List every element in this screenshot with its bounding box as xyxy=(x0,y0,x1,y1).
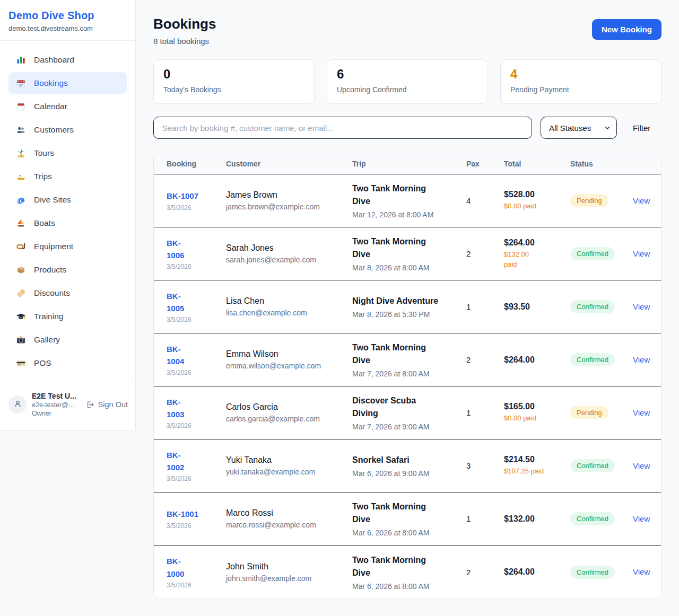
sidebar-item-label: Trips xyxy=(34,172,52,181)
table-header-row: Booking Customer Trip Pax Total Status xyxy=(154,153,661,174)
pax-count: 2 xyxy=(466,249,504,258)
sidebar-item-label: Training xyxy=(34,312,63,321)
customer-name: Emma Wilson xyxy=(226,349,345,359)
total-amount: $93.50 xyxy=(504,302,563,312)
pax-count: 1 xyxy=(466,302,504,311)
sidebar-item-gallery[interactable]: Gallery xyxy=(8,329,127,351)
trip-datetime: Mar 12, 2026 at 8:00 AM xyxy=(352,210,459,219)
graduation-cap-icon xyxy=(16,312,26,322)
column-header-trip: Trip xyxy=(352,160,466,168)
booking-id-link[interactable]: BK- 1004 xyxy=(167,343,184,368)
total-amount: $264.00 xyxy=(504,355,563,365)
customer-email: emma.wilson@example.com xyxy=(226,362,345,370)
status-filter-select[interactable]: All Statuses xyxy=(541,117,617,139)
sidebar-item-pos[interactable]: POS xyxy=(8,352,127,374)
pax-count: 3 xyxy=(466,461,504,470)
customer-name: Lisa Chen xyxy=(226,296,345,306)
stat-card-todays-bookings: 0 Today's Bookings xyxy=(153,59,315,104)
table-row: BK- 1004 3/5/2026 Emma Wilson emma.wilso… xyxy=(154,333,661,386)
people-icon xyxy=(16,125,26,135)
customer-name: John Smith xyxy=(226,562,345,571)
trip-datetime: Mar 6, 2026 at 8:00 AM xyxy=(352,582,459,591)
trip-name: Two Tank Morning Dive xyxy=(352,341,459,367)
sidebar-item-calendar[interactable]: Calendar xyxy=(8,95,127,118)
sign-out-icon xyxy=(85,400,94,409)
search-input[interactable] xyxy=(153,117,532,139)
status-badge: Confirmed xyxy=(570,512,615,525)
sign-out-label: Sign Out xyxy=(98,400,128,409)
sidebar-item-bookings[interactable]: 17 Bookings xyxy=(8,72,127,94)
sidebar-item-discounts[interactable]: Discounts xyxy=(8,282,127,304)
avatar xyxy=(8,395,27,413)
view-link[interactable]: View xyxy=(633,302,650,311)
table-row: BK- 1005 3/5/2026 Lisa Chen lisa.chen@ex… xyxy=(154,280,661,333)
trip-name: Two Tank Morning Dive xyxy=(352,235,459,261)
brand-domain: demo.test.divestreams.com xyxy=(8,24,127,32)
new-booking-button[interactable]: New Booking xyxy=(592,19,661,40)
view-link[interactable]: View xyxy=(633,461,650,470)
view-link[interactable]: View xyxy=(633,408,650,417)
sidebar-item-tours[interactable]: Tours xyxy=(8,142,127,164)
sign-out-button[interactable]: Sign Out xyxy=(85,400,128,409)
filter-button[interactable]: Filter xyxy=(633,124,650,133)
stat-value: 0 xyxy=(163,67,304,82)
trip-name: Night Dive Adventure xyxy=(352,295,459,307)
customer-email: james.brown@example.com xyxy=(226,203,345,211)
calendar-date-icon: 17 xyxy=(16,78,26,89)
sidebar-item-boats[interactable]: Boats xyxy=(8,212,127,234)
sidebar-item-products[interactable]: Products xyxy=(8,259,127,281)
sidebar-item-equipment[interactable]: Equipment xyxy=(8,235,127,258)
table-row: BK- 1002 3/5/2026 Yuki Tanaka yuki.tanak… xyxy=(154,439,661,492)
booking-id-link[interactable]: BK- 1003 xyxy=(167,396,184,421)
bar-chart-icon xyxy=(16,55,26,65)
sidebar-item-dive-sites[interactable]: Dive Sites xyxy=(8,189,127,211)
total-amount: $165.00 xyxy=(504,402,563,411)
sidebar-item-customers[interactable]: Customers xyxy=(8,119,127,141)
sidebar-item-training[interactable]: Training xyxy=(8,305,127,328)
tag-icon xyxy=(16,288,26,298)
table-row: BK- 1006 3/5/2026 Sarah Jones sarah.jone… xyxy=(154,227,661,280)
credit-card-icon xyxy=(16,358,26,368)
total-amount: $264.00 xyxy=(504,238,563,248)
island-icon xyxy=(16,148,26,159)
stat-label: Upcoming Confirmed xyxy=(337,85,478,94)
status-badge: Confirmed xyxy=(570,566,615,579)
view-link[interactable]: View xyxy=(633,567,650,576)
sidebar-item-trips[interactable]: Trips xyxy=(8,165,127,188)
customer-email: carlos.garcia@example.com xyxy=(226,415,345,423)
pax-count: 2 xyxy=(466,568,504,577)
trip-datetime: Mar 8, 2026 at 8:00 AM xyxy=(352,263,459,272)
view-link[interactable]: View xyxy=(633,249,650,258)
booking-id-link[interactable]: BK-1007 xyxy=(167,190,198,202)
pax-count: 2 xyxy=(466,355,504,364)
paid-amount: $107.25 paid xyxy=(504,467,563,477)
page-subtitle: 8 total bookings xyxy=(153,37,216,46)
trip-datetime: Mar 7, 2026 at 9:00 AM xyxy=(352,423,459,431)
booking-id-link[interactable]: BK-1001 xyxy=(167,508,198,520)
sidebar: Demo Dive Shop demo.test.divestreams.com… xyxy=(0,0,136,430)
booking-id-link[interactable]: BK- 1006 xyxy=(167,237,184,262)
booking-id-link[interactable]: BK- 1002 xyxy=(167,449,184,474)
trip-name: Two Tank Morning Dive xyxy=(352,500,459,526)
trip-datetime: Mar 6, 2026 at 9:00 AM xyxy=(352,469,459,478)
status-badge: Pending xyxy=(570,406,608,419)
view-link[interactable]: View xyxy=(633,514,650,523)
view-link[interactable]: View xyxy=(633,355,650,364)
trip-name: Discover Scuba Diving xyxy=(352,394,459,420)
tear-calendar-icon xyxy=(16,102,26,112)
customer-name: Sarah Jones xyxy=(226,243,345,253)
sidebar-item-label: Gallery xyxy=(34,335,60,345)
customer-name: Yuki Tanaka xyxy=(226,455,345,465)
person-icon xyxy=(13,399,23,411)
view-link[interactable]: View xyxy=(633,196,650,205)
filter-row: All Statuses Filter xyxy=(153,117,661,139)
sidebar-item-label: POS xyxy=(34,358,51,368)
sidebar-item-label: Bookings xyxy=(34,78,68,88)
app-root: Demo Dive Shop demo.test.divestreams.com… xyxy=(0,0,679,599)
status-filter-wrap: All Statuses xyxy=(541,117,617,139)
booking-id-link[interactable]: BK- 1000 xyxy=(167,555,184,580)
total-amount: $214.50 xyxy=(504,455,563,464)
sidebar-item-dashboard[interactable]: Dashboard xyxy=(8,49,127,71)
booking-id-link[interactable]: BK- 1005 xyxy=(167,290,184,315)
booking-date: 3/5/2026 xyxy=(167,582,219,589)
